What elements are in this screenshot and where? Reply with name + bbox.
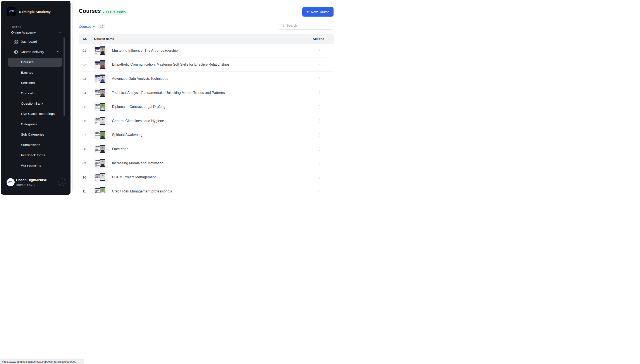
thumbnail-photo-band [100,145,105,153]
thumbnail-photo-band [100,173,105,181]
thumbnail-level-badge: ADVANCED [95,188,100,190]
table-row[interactable]: 08 ADVANCED FACE YOGA THERAPY Face Yoga [79,142,334,156]
row-actions-button[interactable] [318,76,322,82]
sidebar-item-categories[interactable]: Categories [1,119,71,129]
thumbnail-level-badge: ADVANCED [95,174,100,176]
thumbnail-title: THE ART OF LEADERSHIP [95,49,100,53]
row-actions-button[interactable] [318,48,322,54]
sidebar-item-dashboard[interactable]: Dashboard [1,36,71,47]
row-actions-button[interactable] [318,104,322,110]
table-row[interactable]: 03 ADVANCED DATA ANALYSIS TECHNIQUES Adv… [79,72,334,86]
thumbnail-level-badge: ADVANCED [95,160,100,161]
org-header: Edmingle Academy [7,8,51,16]
thumbnail-title: CREDIT RISK MANAGEMENT [95,190,100,193]
table-row[interactable]: 05 ADVANCED CONTRACT LEGAL DRAFTING Dipl… [79,100,334,114]
chevron-up-icon [57,51,59,53]
chevron-down-icon [93,26,96,28]
edmingle-logo-icon [7,8,16,16]
table-row[interactable]: 09 ADVANCED INCREASING MORALE AND MOTIVA… [79,156,334,170]
table-row[interactable]: 10 ADVANCED PROJECT MANAGEMENT PGDM Proj… [79,170,334,184]
sidebar-item-course-delivery[interactable]: Course delivery [1,47,71,57]
sidebar-item-sub-categories[interactable]: Sub Categories [1,130,71,140]
row-actions-button[interactable] [318,174,322,180]
course-name: Face Yoga [112,147,129,151]
sidebar-scrollbar[interactable] [64,38,65,116]
course-thumbnail: ADVANCED PROJECT MANAGEMENT [94,173,108,182]
table-row[interactable]: 02 DIPLOMA EMPATHETIC COMMUNICATION Empa… [79,58,334,72]
row-actions-button[interactable] [318,160,322,166]
header-divider [91,36,91,42]
sidebar-item-sessions[interactable]: Sessions [1,78,71,88]
thumbnail-photo-band [100,131,105,139]
row-serial: 05 [79,105,94,109]
row-actions-button[interactable] [318,118,322,124]
row-actions-button[interactable] [318,132,322,138]
course-table-body: 01 ADVANCED THE ART OF LEADERSHIP Master… [79,44,334,193]
sidebar-item-batches[interactable]: Batches [1,67,71,78]
thumbnail-photo-band [100,46,105,55]
course-thumbnail: ADVANCED CONTRACT LEGAL DRAFTING [94,102,108,111]
col-header-actions: Actions [306,37,334,40]
thumbnail-level-badge: ADVANCED [95,104,100,105]
thumbnail-level-badge: ADVANCED [95,146,100,147]
user-role: SUPER ADMIN [16,184,36,186]
thumbnail-photo-band [100,89,105,97]
row-actions-button[interactable] [318,90,322,96]
sidebar: Edmingle Academy BRANCH Online Academy D… [1,1,71,195]
thumbnail-photo-band [100,187,105,193]
play-icon [14,50,18,54]
thumbnail-title: DATA ANALYSIS TECHNIQUES [95,77,100,81]
sidebar-item-submissions[interactable]: Submissions [1,140,71,150]
course-thumbnail: DIPLOMA TECHNICAL ANALYSIS FUNDAMENTALS [94,88,108,97]
table-row[interactable]: 06 ADVANCED GENERAL CLEANLINESS AND HYGI… [79,114,334,128]
sidebar-item-courses[interactable]: Courses [1,57,71,67]
org-name: Edmingle Academy [19,10,51,14]
thumbnail-instructor-lines [95,53,97,54]
col-header-sr: Sr. [79,37,94,40]
thumbnail-title: TECHNICAL ANALYSIS FUNDAMENTALS [95,91,100,95]
row-serial: 10 [79,176,94,179]
dashboard-icon [14,40,18,44]
course-thumbnail: ADVANCED DATA ANALYSIS TECHNIQUES [94,74,108,83]
course-thumbnail: ADVANCED THE ART OF LEADERSHIP [94,46,108,55]
row-actions-button[interactable] [318,62,322,68]
row-serial: 07 [79,133,94,137]
published-badge: 13 PUBLISHED [100,10,128,15]
sidebar-item-live-class-recordings[interactable]: Live Class Recordings [1,109,71,119]
thumbnail-instructor-lines [95,137,97,138]
row-actions-button[interactable] [318,146,322,152]
published-dot-icon [103,12,104,13]
sidebar-item-feedback-forms[interactable]: Feedback forms [1,150,71,160]
thumbnail-instructor-lines [95,109,97,110]
table-row[interactable]: 01 ADVANCED THE ART OF LEADERSHIP Master… [79,44,334,58]
new-course-button[interactable]: + New Course [302,7,334,16]
row-actions-button[interactable] [318,188,322,193]
thumbnail-instructor-lines [95,151,97,152]
course-thumbnail: BASICS SPIRITUAL AWAKENING [94,130,108,139]
avatar [7,178,15,186]
row-serial: 02 [79,63,94,66]
main-content: Courses 13 PUBLISHED + New Course Course… [73,1,339,193]
course-name: Diploma in Contract Legal Drafting [112,105,165,109]
sidebar-item-curriculum[interactable]: Curriculum [1,88,71,98]
table-row[interactable]: 11 ADVANCED CREDIT RISK MANAGEMENT Credi… [79,184,334,193]
table-row[interactable]: 04 DIPLOMA TECHNICAL ANALYSIS FUNDAMENTA… [79,86,334,100]
sidebar-item-question-bank[interactable]: Question Bank [1,98,71,108]
course-thumbnail: ADVANCED CREDIT RISK MANAGEMENT [94,187,108,193]
course-name: General Cleanliness and Hygiene [112,119,164,123]
course-thumbnail: ADVANCED INCREASING MORALE AND MOTIVATIO… [94,159,108,168]
course-name: Technical Analysis Fundamentals: Unlocki… [112,91,225,95]
thumbnail-level-badge: ADVANCED [95,76,100,77]
thumbnail-level-badge: ADVANCED [95,47,100,48]
courses-filter-dropdown[interactable]: Courses [79,23,96,30]
search-input[interactable] [286,23,328,28]
row-serial: 09 [79,161,94,165]
row-serial: 03 [79,77,94,80]
thumbnail-title: GENERAL CLEANLINESS AND HYGIENE [95,120,100,123]
sidebar-item-assessments[interactable]: Assessments [1,160,71,171]
row-serial: 06 [79,119,94,123]
thumbnail-title: CONTRACT LEGAL DRAFTING [95,105,100,109]
chevron-down-icon [59,32,62,33]
user-menu-button[interactable] [59,178,66,186]
table-row[interactable]: 07 BASICS SPIRITUAL AWAKENING Spiritual … [79,128,334,142]
